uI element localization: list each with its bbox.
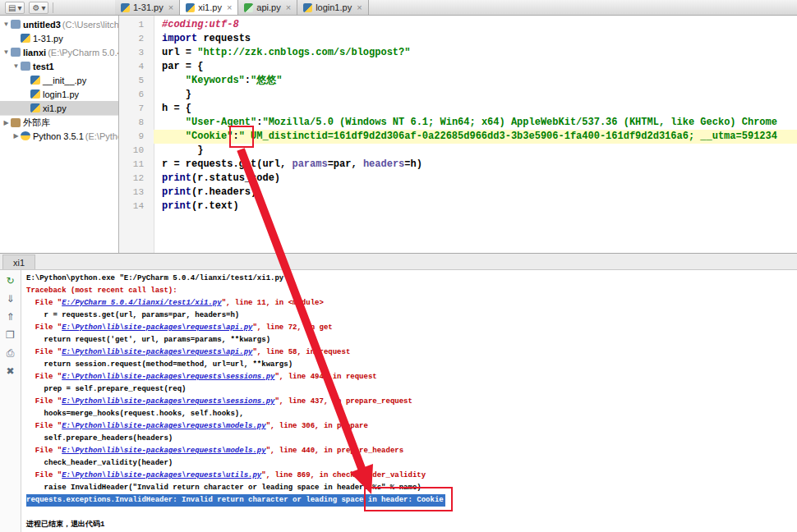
- stack-frame-link[interactable]: E:\Python\lib\site-packages\requests\uti…: [62, 471, 261, 479]
- console-line-13[interactable]: File "E:\Python\lib\site-packages\reques…: [26, 420, 797, 433]
- console-line-9[interactable]: File "E:\Python\lib\site-packages\reques…: [26, 371, 797, 383]
- code-text: }: [154, 88, 797, 102]
- console-line-20[interactable]: [26, 507, 797, 519]
- code-line-12[interactable]: 12print(r.status_code): [119, 172, 797, 186]
- stack-frame-link[interactable]: E:\Python\lib\site-packages\requests\ses…: [62, 397, 274, 406]
- console-line-14[interactable]: self.prepare_headers(headers): [26, 433, 797, 445]
- code-text: }: [154, 144, 797, 158]
- console-output[interactable]: E:\Python\python.exe "E:/PyCharm 5.0.4/l…: [21, 270, 797, 532]
- tree-item-label: 1-31.py: [33, 34, 63, 44]
- code-line-9[interactable]: 9 "Cookie":" UM_distinctid=161df9d2d306a…: [119, 130, 797, 144]
- editor-tab-1-31.py[interactable]: 1-31.py×: [115, 0, 180, 15]
- expander-down-icon[interactable]: ▼: [2, 48, 11, 56]
- console-text: requests.exceptions.InvalidHeader: Inval…: [26, 496, 444, 504]
- stack-frame-link[interactable]: E:\Python\lib\site-packages\requests\api…: [62, 323, 252, 332]
- code-line-11[interactable]: 11r = requests.get(url, params=par, head…: [119, 158, 797, 172]
- tree-item-1-31.py[interactable]: 1-31.py: [0, 31, 118, 45]
- console-line-16[interactable]: check_header_validity(header): [26, 457, 797, 470]
- code-line-13[interactable]: 13print(r.headers): [119, 186, 797, 200]
- line-number: 7: [119, 102, 154, 116]
- project-icon: ▤: [8, 3, 16, 12]
- console-line-5[interactable]: File "E:\Python\lib\site-packages\reques…: [26, 322, 797, 334]
- code-text: "Keywords":"悠悠": [154, 74, 797, 88]
- console-text: ", line 440, in prepare_headers: [266, 447, 403, 455]
- code-line-2[interactable]: 2import requests: [119, 32, 797, 46]
- console-line-4[interactable]: r = requests.get(url, params=par, header…: [26, 310, 797, 322]
- expander-down-icon[interactable]: ▼: [12, 62, 21, 70]
- expander-down-icon[interactable]: ▼: [2, 21, 11, 28]
- line-number: 1: [119, 18, 154, 32]
- console-tab-xi1[interactable]: xi1: [2, 255, 35, 269]
- tab-strip: 1-31.py×xi1.py×api.py×login1.py×: [115, 0, 369, 15]
- stack-frame-link[interactable]: E:\Python\lib\site-packages\requests\mod…: [62, 422, 265, 430]
- rerun-icon[interactable]: ↻: [4, 274, 17, 287]
- console-line-18[interactable]: raise InvalidHeader("Invalid return char…: [26, 482, 797, 494]
- line-number: 13: [119, 186, 154, 200]
- editor-tab-login1.py[interactable]: login1.py×: [297, 0, 368, 15]
- tree-item-untitled3[interactable]: ▼untitled3 (C:\Users\litchi.xie: [0, 17, 118, 31]
- console-line-7[interactable]: File "E:\Python\lib\site-packages\reques…: [26, 346, 797, 359]
- tree-item-path: (C:\Users\litchi.xie: [62, 20, 118, 30]
- console-line-17[interactable]: File "E:\Python\lib\site-packages\reques…: [26, 470, 797, 482]
- tree-item-lianxi[interactable]: ▼lianxi (E:\PyCharm 5.0.4\lian: [0, 45, 118, 59]
- code-line-8[interactable]: 8 "User-Agent":"Mozilla/5.0 (Windows NT …: [119, 116, 797, 130]
- tree-item-Python 3.5.1[interactable]: ▶Python 3.5.1 (E:\Python: [0, 129, 118, 143]
- scroll-down-icon[interactable]: ⇓: [4, 292, 17, 305]
- code-line-5[interactable]: 5 "Keywords":"悠悠": [119, 74, 797, 88]
- console-line-19[interactable]: requests.exceptions.InvalidHeader: Inval…: [26, 494, 445, 507]
- tree-item-xi1.py[interactable]: xi1.py: [0, 101, 118, 115]
- console-line-15[interactable]: File "E:\Python\lib\site-packages\reques…: [26, 445, 797, 457]
- close-icon[interactable]: ×: [286, 3, 291, 12]
- console-text: File ": [26, 373, 62, 381]
- tree-item-外部库[interactable]: ▶外部库: [0, 115, 118, 129]
- restore-layout-icon[interactable]: ❐: [4, 328, 17, 342]
- print-icon[interactable]: ⎙: [4, 346, 17, 360]
- console-line-12[interactable]: hooks=merge_hooks(request.hooks, self.ho…: [26, 408, 797, 420]
- console-line-1[interactable]: E:\Python\python.exe "E:/PyCharm 5.0.4/l…: [26, 273, 797, 285]
- console-text: return request('get', url, params=params…: [26, 336, 270, 344]
- settings-menu[interactable]: ⚙ ▾: [29, 2, 48, 14]
- console-line-11[interactable]: File "E:\Python\lib\site-packages\reques…: [26, 396, 797, 408]
- console-line-8[interactable]: return session.request(method=method, ur…: [26, 359, 797, 371]
- code-editor[interactable]: 1#coding:utf-82import requests3url = "ht…: [119, 16, 797, 253]
- folder-icon: [21, 62, 30, 71]
- code-text: print(r.headers): [154, 186, 797, 200]
- console-line-2[interactable]: Traceback (most recent call last):: [26, 285, 797, 297]
- expander-right-icon[interactable]: ▶: [12, 132, 21, 140]
- code-line-6[interactable]: 6 }: [119, 88, 797, 102]
- close-icon[interactable]: ×: [168, 3, 173, 12]
- expander-right-icon[interactable]: ▶: [2, 119, 11, 126]
- code-line-14[interactable]: 14print(r.text): [119, 200, 797, 213]
- console-text: ", line 494, in request: [274, 373, 376, 381]
- project-selector[interactable]: ▤ ▾: [5, 2, 25, 14]
- close-icon[interactable]: ×: [357, 3, 362, 12]
- code-line-10[interactable]: 10 }: [119, 144, 797, 158]
- tree-item-login1.py[interactable]: login1.py: [0, 87, 118, 101]
- delete-icon[interactable]: ✖: [4, 365, 17, 378]
- console-text: File ": [26, 422, 62, 430]
- console-line-21[interactable]: 进程已结束，退出代码1: [26, 519, 797, 531]
- line-number: 6: [119, 88, 154, 102]
- console-text: ", line 306, in prepare: [266, 422, 368, 430]
- tree-item-test1[interactable]: ▼test1: [0, 59, 118, 73]
- code-line-1[interactable]: 1#coding:utf-8: [119, 18, 797, 32]
- console-line-10[interactable]: prep = self.prepare_request(req): [26, 383, 797, 396]
- stack-frame-link[interactable]: E:\Python\lib\site-packages\requests\api…: [62, 348, 252, 356]
- console-text: hooks=merge_hooks(request.hooks, self.ho…: [26, 410, 244, 418]
- editor-tab-api.py[interactable]: api.py×: [238, 0, 297, 15]
- tree-item-label: login1.py: [43, 89, 79, 99]
- tree-item-path: (E:\PyCharm 5.0.4\lian: [48, 48, 118, 57]
- console-line-6[interactable]: return request('get', url, params=params…: [26, 334, 797, 346]
- stack-frame-link[interactable]: E:/PyCharm 5.0.4/lianxi/test1/xi1.py: [62, 299, 221, 307]
- scroll-up-icon[interactable]: ⇑: [4, 310, 17, 323]
- close-icon[interactable]: ×: [227, 3, 232, 12]
- console-line-3[interactable]: File "E:/PyCharm 5.0.4/lianxi/test1/xi1.…: [26, 297, 797, 310]
- editor-tab-xi1.py[interactable]: xi1.py×: [180, 0, 238, 15]
- stack-frame-link[interactable]: E:\Python\lib\site-packages\requests\mod…: [62, 447, 265, 455]
- code-line-7[interactable]: 7h = {: [119, 102, 797, 116]
- stack-frame-link[interactable]: E:\Python\lib\site-packages\requests\ses…: [62, 373, 274, 381]
- tree-item-__init__.py[interactable]: __init__.py: [0, 73, 118, 87]
- code-line-3[interactable]: 3url = "http://zzk.cnblogs.com/s/blogpos…: [119, 46, 797, 60]
- toolbar-divider: [53, 2, 53, 13]
- code-line-4[interactable]: 4par = {: [119, 60, 797, 74]
